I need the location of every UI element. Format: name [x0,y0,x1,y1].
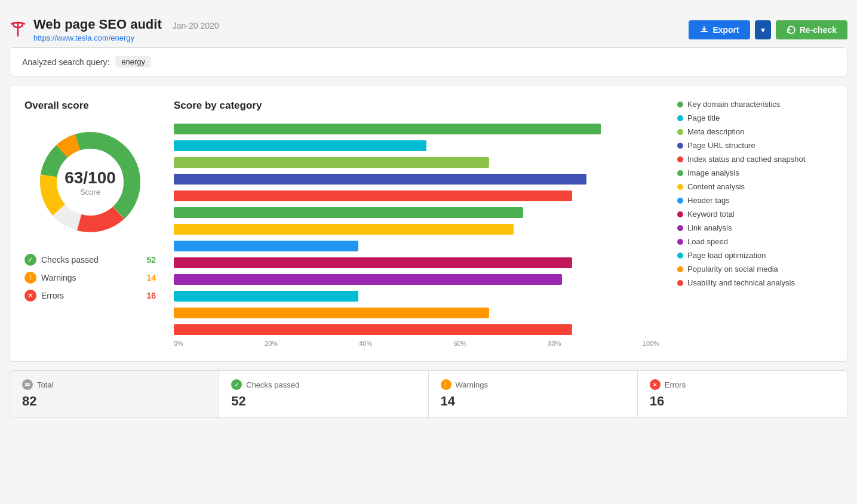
legend-label-4: Index status and cached snapshot [687,155,805,164]
bottom-stat-total: Total 82 [10,371,219,417]
legend-item-5: Image analysis [677,168,833,177]
errors-label-bottom: Errors [665,380,686,389]
bar-row-0 [174,122,659,136]
errors-icon: ✕ [24,290,36,302]
overall-score-section: Overall score [24,100,156,308]
legend-label-13: Usability and technical analysis [687,278,795,287]
header-left: Web page SEO audit Jan-20 2020 https://w… [10,17,219,42]
errors-value: 16 [146,291,156,300]
errors-icon-sm: ✕ [650,379,661,390]
bar-fill-10 [174,291,358,302]
axis-labels: 0%20%40%60%80%100% [174,340,659,347]
legend-item-1: Page title [677,113,833,122]
date-label: Jan-20 2020 [173,21,219,30]
legend-item-11: Page load optimization [677,251,833,260]
donut-center: 63/100 Score [64,168,116,196]
bar-row-6 [174,223,659,236]
bottom-stat-total-header: Total [22,379,207,390]
checks-passed-stat: ✓ Checks passed 52 [24,254,156,266]
warnings-icon: ! [24,272,36,284]
warnings-stat: ! Warnings 14 [24,272,156,284]
legend-dot-8 [677,211,683,217]
legend-dot-9 [677,225,683,231]
legend-label-11: Page load optimization [687,251,766,260]
bar-fill-9 [174,274,562,285]
legend-dot-11 [677,253,683,259]
bar-fill-1 [174,140,426,151]
page-title: Web page SEO audit [33,17,162,32]
legend-label-3: Page URL structure [687,141,755,150]
main-card: Overall score [10,85,847,362]
bar-fill-2 [174,157,489,168]
search-query-tag: energy [115,56,151,67]
bar-row-9 [174,273,659,286]
legend-item-10: Load speed [677,237,833,246]
warnings-label-bottom: Warnings [456,380,488,389]
recheck-icon [787,25,796,35]
legend-item-6: Content analysis [677,182,833,191]
legend-item-8: Keyword total [677,210,833,219]
bar-row-1 [174,139,659,152]
bar-fill-11 [174,308,489,318]
total-value: 82 [22,394,207,409]
legend-item-2: Meta description [677,127,833,136]
header-buttons: Export ▾ Re-check [689,20,847,39]
export-button[interactable]: Export [689,20,750,39]
bar-row-2 [174,156,659,169]
score-by-category-section: Score by category 0%20%40%60%80%100% [174,100,659,347]
legend-section: Key domain characteristicsPage titleMeta… [677,100,833,292]
search-bar: Analyzed search query: energy [10,47,847,76]
bar-row-4 [174,189,659,202]
legend-dot-7 [677,198,683,204]
page-header: Web page SEO audit Jan-20 2020 https://w… [10,10,847,47]
legend-label-0: Key domain characteristics [687,100,780,109]
axis-label: 20% [265,340,278,347]
total-label: Total [37,380,53,389]
donut-label: Score [64,188,116,196]
bar-fill-12 [174,324,572,335]
legend-label-7: Header tags [687,196,730,205]
export-icon [699,25,709,35]
axis-label: 80% [548,340,561,347]
legend-label-10: Load speed [687,237,728,246]
bar-fill-3 [174,174,586,185]
export-dropdown-button[interactable]: ▾ [755,20,771,39]
donut-score: 63/100 [64,168,116,188]
legend-item-7: Header tags [677,196,833,205]
errors-value-bottom: 16 [650,394,835,409]
url-link[interactable]: https://www.tesla.com/energy [33,33,219,42]
legend-dot-4 [677,156,683,162]
passed-label: Checks passed [246,380,299,389]
search-label: Analyzed search query: [22,57,109,67]
bar-chart [174,122,659,336]
bottom-stat-warnings: ! Warnings 14 [429,371,638,417]
checks-passed-icon: ✓ [24,254,36,266]
axis-label: 0% [174,340,183,347]
legend-item-13: Usability and technical analysis [677,278,833,287]
svg-rect-0 [701,31,708,32]
main-card-inner: Overall score [24,100,833,347]
legend-dot-3 [677,143,683,149]
legend-label-2: Meta description [687,127,744,136]
warnings-icon-sm: ! [441,379,451,390]
legend-item-0: Key domain characteristics [677,100,833,109]
checks-passed-label: Checks passed [41,255,142,265]
axis-label: 100% [643,340,659,347]
header-title-row-top: Web page SEO audit Jan-20 2020 [33,17,219,32]
legend-label-1: Page title [687,113,720,122]
bottom-stats: Total 82 ✓ Checks passed 52 ! Warnings 1… [10,370,847,418]
bar-row-3 [174,173,659,186]
errors-label: Errors [41,291,142,300]
warnings-value: 14 [146,273,156,282]
bottom-stat-errors-header: ✕ Errors [650,379,835,390]
recheck-button[interactable]: Re-check [776,20,847,39]
warnings-value-bottom: 14 [441,394,625,409]
legend-dot-10 [677,239,683,245]
legend-label-6: Content analysis [687,182,745,191]
donut-chart: 63/100 Score [30,122,150,242]
bar-row-10 [174,290,659,303]
header-title-row: Web page SEO audit Jan-20 2020 https://w… [33,17,219,42]
overall-score-title: Overall score [24,100,156,112]
bar-row-5 [174,206,659,219]
axis-label: 60% [453,340,466,347]
